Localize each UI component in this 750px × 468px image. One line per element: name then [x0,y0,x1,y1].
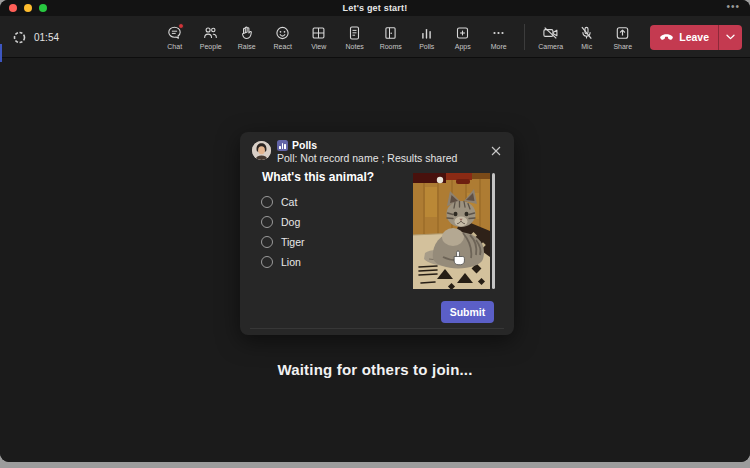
poll-option-lion[interactable]: Lion [261,256,305,268]
poll-image-cat[interactable] [413,173,490,289]
raise-label: Raise [238,43,256,50]
radio-button[interactable] [261,196,273,208]
poll-footer-divider [250,328,504,329]
leave-label: Leave [679,31,709,43]
camera-label: Camera [538,43,563,50]
view-button[interactable]: View [302,18,335,56]
poll-question: What's this animal? [262,170,374,184]
react-button[interactable]: React [266,18,299,56]
more-label: More [491,43,507,50]
poll-option-dog[interactable]: Dog [261,216,305,228]
cat-photo [413,173,490,289]
chat-notification-badge [178,23,184,29]
leave-button-main[interactable]: Leave [650,25,718,50]
option-label: Tiger [281,236,305,248]
radio-button[interactable] [261,216,273,228]
close-window-button[interactable] [9,4,17,12]
poll-popup: Polls Poll: Not record name ; Results sh… [240,132,514,335]
chat-label: Chat [167,43,182,50]
camera-button[interactable]: Camera [534,18,567,56]
meeting-stage: Polls Poll: Not record name ; Results sh… [0,58,750,462]
view-grid-icon [310,25,327,41]
waiting-message: Waiting for others to join... [0,361,750,378]
mic-off-icon [578,25,595,41]
rooms-button[interactable]: Rooms [374,18,407,56]
avatar-photo [252,141,271,160]
people-icon [202,25,219,41]
share-label: Share [613,43,632,50]
poll-app-row: Polls [277,139,457,151]
polls-bars-icon [418,25,435,41]
close-poll-button[interactable] [489,144,503,158]
notes-button[interactable]: Notes [338,18,371,56]
react-smiley-icon [274,25,291,41]
view-label: View [311,43,326,50]
notes-icon [346,25,363,41]
polls-app-icon [277,140,288,151]
poll-option-tiger[interactable]: Tiger [261,236,305,248]
traffic-lights [9,4,47,12]
titlebar: Let's get start! ••• [0,0,750,16]
option-label: Cat [281,196,297,208]
background-window-sliver [0,44,2,62]
people-label: People [200,43,222,50]
toolbar-divider [524,24,525,50]
window-overflow-icon[interactable]: ••• [726,1,740,12]
poll-app-title: Polls [292,139,317,151]
rooms-door-icon [382,25,399,41]
apps-plus-icon [454,25,471,41]
mic-button[interactable]: Mic [570,18,603,56]
people-button[interactable]: People [194,18,227,56]
poll-option-cat[interactable]: Cat [261,196,305,208]
polls-button[interactable]: Polls [410,18,443,56]
chat-button[interactable]: Chat [158,18,191,56]
react-label: React [274,43,292,50]
close-icon [491,146,501,156]
meeting-title: Let's get start! [343,3,408,13]
submit-button[interactable]: Submit [441,301,494,323]
apps-button[interactable]: Apps [446,18,479,56]
more-button[interactable]: More [482,18,515,56]
option-label: Lion [281,256,301,268]
raise-hand-icon [238,25,255,41]
leave-options-button[interactable] [719,25,742,50]
radio-button[interactable] [261,236,273,248]
apps-label: Apps [455,43,471,50]
leave-button[interactable]: Leave [650,25,742,50]
poll-header-text: Polls Poll: Not record name ; Results sh… [277,139,457,164]
meeting-timer: 01:54 [13,16,59,58]
poll-subtitle: Poll: Not record name ; Results shared [277,152,457,164]
poll-popup-header: Polls Poll: Not record name ; Results sh… [252,139,482,164]
hangup-phone-icon [659,31,674,43]
chevron-down-icon [726,34,735,40]
radio-button[interactable] [261,256,273,268]
raise-hand-button[interactable]: Raise [230,18,263,56]
more-dots-icon [490,25,507,41]
share-screen-icon [614,25,631,41]
zoom-window-button[interactable] [39,4,47,12]
teams-meeting-window: Let's get start! ••• 01:54 Chat [0,0,750,462]
rooms-label: Rooms [380,43,402,50]
poll-options: Cat Dog Tiger Lion [261,196,305,268]
option-label: Dog [281,216,300,228]
polls-label: Polls [419,43,434,50]
image-scrollbar[interactable] [492,173,495,289]
mic-label: Mic [581,43,592,50]
share-button[interactable]: Share [606,18,639,56]
camera-off-icon [541,25,560,41]
timer-icon [13,31,26,44]
timer-value: 01:54 [34,32,59,43]
notes-label: Notes [346,43,364,50]
minimize-window-button[interactable] [24,4,32,12]
meeting-toolbar: 01:54 Chat People [0,16,750,58]
toolbar-buttons: Chat People Raise [158,16,742,58]
sender-avatar [252,141,271,160]
